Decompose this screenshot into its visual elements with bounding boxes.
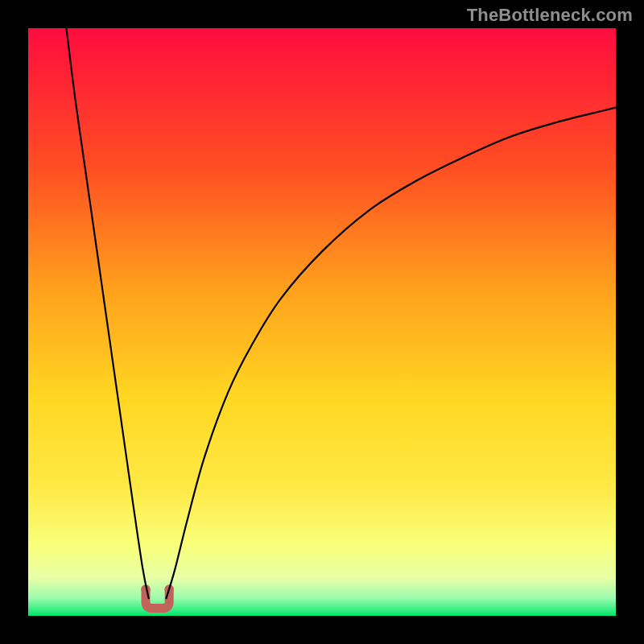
watermark-text: TheBottleneck.com xyxy=(467,5,633,26)
plot-svg xyxy=(28,28,616,616)
gradient-background xyxy=(28,28,616,616)
outer-frame: TheBottleneck.com xyxy=(0,0,644,644)
plot-area xyxy=(28,28,616,616)
